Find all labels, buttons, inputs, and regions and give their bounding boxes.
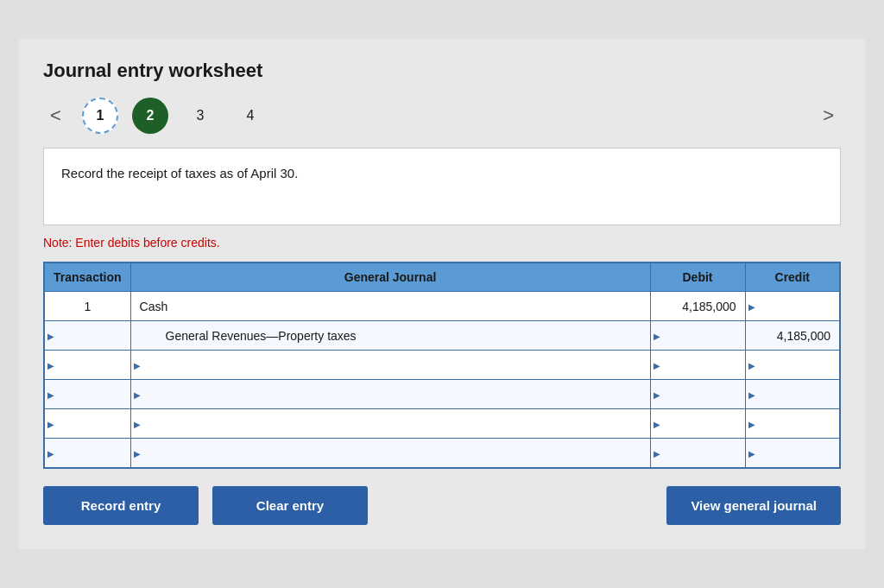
page-btn-3[interactable]: 3 <box>182 98 218 134</box>
cell-journal-5[interactable] <box>130 409 650 439</box>
instruction-box: Record the receipt of taxes as of April … <box>43 148 841 225</box>
cell-credit-6[interactable] <box>745 439 840 468</box>
instruction-text: Record the receipt of taxes as of April … <box>61 166 298 180</box>
table-row: 1 Cash 4,185,000 <box>44 292 840 321</box>
cell-journal-3[interactable] <box>130 351 650 380</box>
page-title: Journal entry worksheet <box>43 60 841 82</box>
cell-debit-3[interactable] <box>650 351 745 380</box>
cell-journal-2[interactable]: General Revenues—Property taxes <box>130 321 650 351</box>
cell-transaction-3 <box>44 351 130 380</box>
table-row <box>44 409 840 439</box>
cell-debit-6[interactable] <box>650 439 745 468</box>
note-text: Note: Enter debits before credits. <box>43 236 841 250</box>
table-row: General Revenues—Property taxes 4,185,00… <box>44 321 840 351</box>
cell-transaction-4 <box>44 380 130 409</box>
record-entry-button[interactable]: Record entry <box>43 486 199 525</box>
navigation-row: < 1 2 3 4 > <box>43 98 841 134</box>
cell-credit-3[interactable] <box>745 351 840 380</box>
cell-debit-2[interactable] <box>650 321 745 351</box>
clear-entry-button[interactable]: Clear entry <box>212 486 368 525</box>
page-btn-2[interactable]: 2 <box>132 98 168 134</box>
page-btn-4[interactable]: 4 <box>232 98 268 134</box>
cell-credit-4[interactable] <box>745 380 840 409</box>
cell-credit-1[interactable] <box>745 292 840 321</box>
cell-journal-6[interactable] <box>130 439 650 468</box>
table-row <box>44 380 840 409</box>
cell-journal-4[interactable] <box>130 380 650 409</box>
col-debit: Debit <box>650 262 745 292</box>
cell-debit-5[interactable] <box>650 409 745 439</box>
cell-credit-2[interactable]: 4,185,000 <box>745 321 840 351</box>
table-row <box>44 439 840 468</box>
cell-debit-1[interactable]: 4,185,000 <box>650 292 745 321</box>
cell-transaction-6 <box>44 439 130 468</box>
buttons-row: Record entry Clear entry View general jo… <box>43 486 841 525</box>
page-btn-1[interactable]: 1 <box>82 98 118 134</box>
prev-arrow[interactable]: < <box>43 101 68 130</box>
main-container: Journal entry worksheet < 1 2 3 4 > Reco… <box>19 39 865 549</box>
cell-credit-5[interactable] <box>745 409 840 439</box>
table-header-row: Transaction General Journal Debit Credit <box>44 262 840 292</box>
cell-transaction-5 <box>44 409 130 439</box>
table-row <box>44 351 840 380</box>
view-general-journal-button[interactable]: View general journal <box>666 486 841 525</box>
journal-table: Transaction General Journal Debit Credit… <box>43 262 841 469</box>
col-general-journal: General Journal <box>130 262 650 292</box>
next-arrow[interactable]: > <box>816 101 841 130</box>
col-credit: Credit <box>745 262 840 292</box>
col-transaction: Transaction <box>44 262 130 292</box>
cell-journal-1[interactable]: Cash <box>130 292 650 321</box>
cell-transaction-2 <box>44 321 130 351</box>
cell-transaction-1: 1 <box>44 292 130 321</box>
cell-debit-4[interactable] <box>650 380 745 409</box>
